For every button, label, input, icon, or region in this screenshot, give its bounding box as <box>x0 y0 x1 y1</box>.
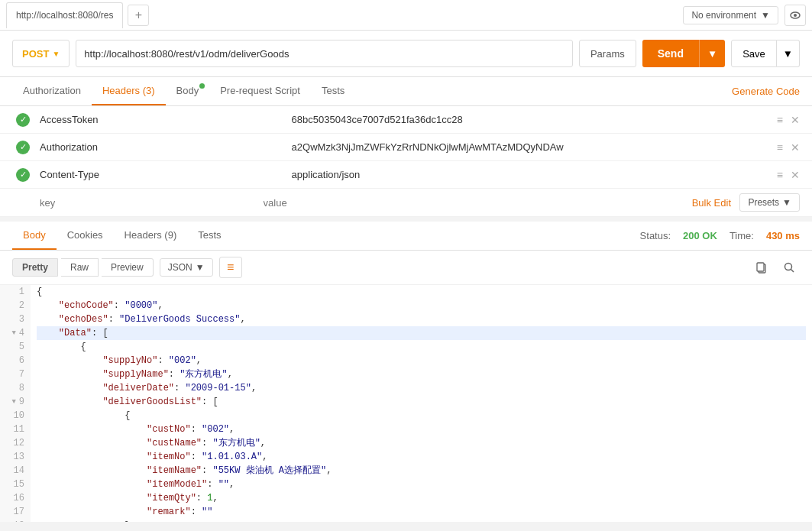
raw-button[interactable]: Raw <box>61 258 99 277</box>
send-dropdown-button[interactable]: ▼ <box>699 40 725 67</box>
new-header-row: Bulk Edit Presets ▼ <box>0 189 812 217</box>
header-check-1[interactable]: ✓ <box>12 141 34 154</box>
header-actions-1: ≡ ✕ <box>777 141 800 154</box>
generate-code-link[interactable]: Generate Code <box>732 86 800 97</box>
resp-tab-headers[interactable]: Headers (9) <box>114 222 188 250</box>
env-label: No environment <box>691 10 756 21</box>
copy-button[interactable] <box>751 257 772 278</box>
status-info: Status: 200 OK Time: 430 ms <box>640 230 800 241</box>
new-header-key[interactable] <box>34 194 257 212</box>
response-tabs-row: Body Cookies Headers (9) Tests Status: 2… <box>0 222 812 251</box>
tab-url-label: http://localhost:8080/res <box>16 10 113 21</box>
line-number: 16 <box>6 491 24 505</box>
env-dropdown[interactable]: No environment ▼ <box>683 6 778 24</box>
header-delete-icon-1[interactable]: ✕ <box>791 141 800 154</box>
list-item: "supplyName": "东方机电", <box>37 367 806 381</box>
header-delete-icon-2[interactable]: ✕ <box>791 169 800 181</box>
header-menu-icon-1[interactable]: ≡ <box>777 141 783 154</box>
table-row: ✓ Content-Type application/json ≡ ✕ <box>0 161 812 189</box>
table-row: ✓ AccessToken 68bc5035043ce7007d521fa36d… <box>0 106 812 134</box>
wrap-icon: ≡ <box>227 261 234 274</box>
send-chevron-icon: ▼ <box>707 48 717 60</box>
resp-tab-cookies[interactable]: Cookies <box>57 222 114 250</box>
line-number: 13 <box>6 450 24 464</box>
presets-chevron-icon: ▼ <box>782 197 791 208</box>
list-item: { <box>37 340 806 354</box>
collapse-arrow[interactable]: ▼ <box>11 395 15 409</box>
request-panel: POST ▼ Params Send ▼ Save ▼ <box>0 31 812 77</box>
new-header-value[interactable] <box>257 194 692 212</box>
save-button[interactable]: Save <box>731 40 777 67</box>
tab-body[interactable]: Body <box>166 77 210 105</box>
browser-tab-active[interactable]: http://localhost:8080/res <box>6 2 123 28</box>
new-header-value-input[interactable] <box>264 197 686 209</box>
code-content: { "echoCode": "0000", "echoDes": "Delive… <box>31 285 812 522</box>
header-menu-icon-2[interactable]: ≡ <box>777 169 783 181</box>
copy-icon <box>755 261 768 274</box>
send-button[interactable]: Send <box>642 40 699 67</box>
line-number: 18 <box>6 519 24 522</box>
svg-point-4 <box>785 264 792 270</box>
header-check-0[interactable]: ✓ <box>12 113 34 127</box>
preview-button[interactable]: Preview <box>102 258 154 277</box>
resp-tab-tests[interactable]: Tests <box>187 222 231 250</box>
url-input[interactable] <box>76 40 573 67</box>
list-item: "deliverGoodsList": [ <box>37 395 806 409</box>
method-button[interactable]: POST ▼ <box>12 40 70 67</box>
header-key-0: AccessToken <box>34 111 286 128</box>
svg-rect-3 <box>757 263 764 271</box>
table-row: ✓ Authorization a2QwMzk3NjJmZWFkYzRrNDNk… <box>0 134 812 161</box>
search-button[interactable] <box>778 257 800 278</box>
tab-authorization[interactable]: Authorization <box>12 77 92 105</box>
list-item: "itemNo": "1.01.03.A", <box>37 450 806 464</box>
save-dropdown-button[interactable]: ▼ <box>777 40 800 67</box>
tab-bar: http://localhost:8080/res + No environme… <box>0 0 812 31</box>
code-area: 123▼45678▼910111213141516171819202122 { … <box>0 285 812 522</box>
line-number: 8 <box>6 381 24 395</box>
list-item: "remark": "" <box>37 505 806 519</box>
eye-icon <box>789 9 801 21</box>
request-row: POST ▼ Params Send ▼ Save ▼ <box>12 40 800 67</box>
tab-pre-request[interactable]: Pre-request Script <box>209 77 311 105</box>
tab-tests[interactable]: Tests <box>311 77 355 105</box>
status-label: Status: <box>640 230 671 241</box>
line-number: 15 <box>6 478 24 491</box>
format-label: JSON <box>168 262 192 273</box>
wrap-button[interactable]: ≡ <box>219 257 242 278</box>
line-number: 17 <box>6 505 24 519</box>
header-menu-icon-0[interactable]: ≡ <box>777 114 783 126</box>
collapse-arrow[interactable]: ▼ <box>11 326 15 340</box>
header-value-1: a2QwMzk3NjJmZWFkYzRrNDNkOjlwMjAwMTAzMDQy… <box>286 138 777 156</box>
params-button[interactable]: Params <box>579 40 636 67</box>
time-label: Time: <box>730 230 754 241</box>
list-item: "echoCode": "0000", <box>37 299 806 312</box>
line-number: ▼4 <box>6 326 24 340</box>
add-tab-button[interactable]: + <box>128 5 149 26</box>
presets-label: Presets <box>748 197 779 208</box>
line-number: 1 <box>6 285 24 299</box>
response-panel: Body Cookies Headers (9) Tests Status: 2… <box>0 219 812 522</box>
line-number: ▼9 <box>6 395 24 409</box>
resp-action-buttons <box>751 257 800 278</box>
resp-tab-body[interactable]: Body <box>12 222 57 250</box>
header-actions-2: ≡ ✕ <box>777 169 800 181</box>
check-icon-0: ✓ <box>16 113 30 127</box>
pretty-button[interactable]: Pretty <box>12 258 58 277</box>
header-value-0: 68bc5035043ce7007d521fa36dc1cc28 <box>286 111 777 128</box>
method-label: POST <box>22 48 49 60</box>
time-value: 430 ms <box>766 230 800 241</box>
header-delete-icon-0[interactable]: ✕ <box>791 114 800 126</box>
new-header-key-input[interactable] <box>40 197 251 209</box>
list-item: { <box>37 409 806 423</box>
save-chevron-icon: ▼ <box>783 48 793 60</box>
bulk-edit-button[interactable]: Bulk Edit <box>692 197 731 209</box>
list-item: "itemModel": "", <box>37 478 806 491</box>
line-number: 3 <box>6 312 24 326</box>
line-number: 6 <box>6 354 24 367</box>
eye-button[interactable] <box>785 5 806 26</box>
list-item: "custName": "东方机电", <box>37 436 806 450</box>
header-check-2[interactable]: ✓ <box>12 168 34 182</box>
format-dropdown[interactable]: JSON ▼ <box>160 258 213 277</box>
tab-headers[interactable]: Headers (3) <box>92 77 166 105</box>
presets-button[interactable]: Presets ▼ <box>739 193 800 212</box>
